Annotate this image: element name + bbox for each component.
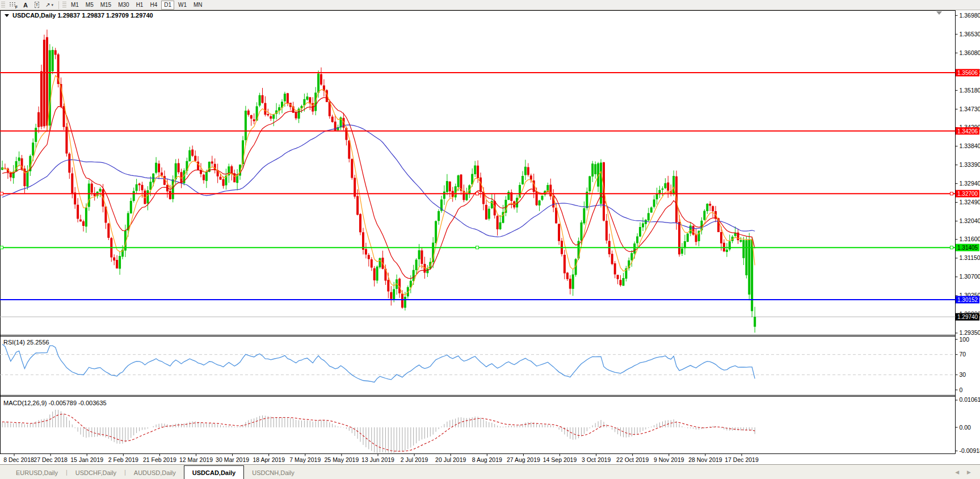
timeframe-button-w1[interactable]: W1 (175, 1, 190, 10)
chart-area[interactable]: 1.369801.365301.360801.356301.351801.347… (0, 10, 980, 464)
svg-text:12 Mar 2019: 12 Mar 2019 (179, 456, 213, 463)
fibonacci-icon: F (10, 2, 17, 8)
svg-text:30 Mar 2019: 30 Mar 2019 (216, 456, 249, 463)
timeframe-button-m30[interactable]: M30 (115, 1, 132, 10)
fibonacci-tool-button[interactable]: F (7, 1, 20, 10)
svg-text:28 Nov 2019: 28 Nov 2019 (688, 456, 722, 463)
svg-text:25 May 2019: 25 May 2019 (325, 456, 359, 463)
timeframe-button-m1[interactable]: M1 (68, 1, 82, 10)
chart-tab-usdcad[interactable]: USDCAD,Daily (184, 465, 244, 479)
chart-title: USDCAD,Daily 1.29837 1.29837 1.29709 1.2… (5, 12, 153, 19)
chart-tab-usdchf[interactable]: USDCHF,Daily (68, 467, 124, 479)
svg-text:1.30700: 1.30700 (960, 273, 980, 280)
svg-text:1.31405: 1.31405 (957, 245, 978, 251)
text-tool-button[interactable]: A (20, 1, 31, 10)
svg-text:1.36980: 1.36980 (960, 12, 980, 19)
svg-text:8 Aug 2019: 8 Aug 2019 (472, 456, 502, 463)
svg-text:1.34206: 1.34206 (957, 128, 978, 135)
svg-text:100: 100 (960, 336, 970, 343)
label-tool-button[interactable]: T (31, 1, 43, 10)
svg-text:1.30152: 1.30152 (957, 297, 978, 303)
chart-tab-audusd[interactable]: AUDUSD,Daily (126, 467, 184, 479)
svg-text:21 Feb 2019: 21 Feb 2019 (143, 456, 176, 463)
svg-text:2 Feb 2019: 2 Feb 2019 (108, 456, 138, 463)
arrows-icon: ↗ (45, 2, 50, 8)
timeframe-button-m5[interactable]: M5 (83, 1, 96, 10)
toolbar-drag-handle[interactable] (1, 2, 5, 9)
svg-text:-0.009181: -0.009181 (960, 447, 980, 454)
svg-text:27 Aug 2019: 27 Aug 2019 (507, 456, 540, 463)
toolbar-drag-handle-2[interactable] (62, 2, 66, 9)
svg-text:3 Oct 2019: 3 Oct 2019 (582, 456, 611, 463)
svg-text:1.32700: 1.32700 (957, 191, 978, 197)
chart-tab-usdcnh[interactable]: USDCNH,Daily (244, 467, 302, 479)
svg-text:1.31150: 1.31150 (960, 254, 980, 261)
timeframe-button-d1[interactable]: D1 (161, 1, 174, 10)
chart-tabs: EURUSD,Daily|USDCHF,Daily|AUDUSD,DailyUS… (0, 465, 302, 479)
svg-text:1.35606: 1.35606 (957, 70, 978, 76)
rsi-label: RSI(14) 25.2556 (3, 339, 49, 346)
svg-text:15 Jan 2019: 15 Jan 2019 (70, 456, 103, 463)
svg-text:1.36530: 1.36530 (960, 31, 980, 37)
svg-text:70: 70 (960, 351, 966, 358)
svg-text:8 Dec 2018: 8 Dec 2018 (3, 456, 34, 463)
svg-text:27 Dec 2018: 27 Dec 2018 (33, 456, 68, 463)
toolbar: F A T ↗ ▾ M1M5M15M30H1H4D1W1MN (0, 0, 980, 10)
timeframe-button-h1[interactable]: H1 (133, 1, 146, 10)
svg-text:0: 0 (960, 386, 963, 393)
chart-canvas[interactable]: 1.369801.365301.360801.356301.351801.347… (0, 10, 980, 464)
svg-text:17 Dec 2019: 17 Dec 2019 (725, 456, 759, 463)
svg-text:1.32040: 1.32040 (960, 217, 980, 224)
svg-text:1.36080: 1.36080 (960, 49, 980, 56)
tab-scroll-right-icon[interactable]: ▶ (967, 469, 971, 475)
svg-text:1.33840: 1.33840 (960, 142, 980, 149)
svg-text:20 Jul 2019: 20 Jul 2019 (435, 456, 466, 463)
svg-text:7 May 2019: 7 May 2019 (289, 456, 321, 463)
svg-text:1.29740: 1.29740 (957, 314, 978, 320)
label-icon: T (35, 2, 40, 8)
tab-scroll-left-icon[interactable]: ◀ (955, 469, 959, 475)
svg-text:1.34730: 1.34730 (960, 106, 980, 112)
svg-text:0.010615: 0.010615 (960, 396, 980, 403)
svg-text:1.35180: 1.35180 (960, 87, 980, 94)
text-icon: A (23, 2, 28, 9)
svg-text:13 Jun 2019: 13 Jun 2019 (361, 456, 394, 463)
chevron-down-icon: ▾ (51, 3, 53, 7)
macd-label: MACD(12,26,9) -0.005789 -0.003635 (3, 400, 107, 406)
svg-text:1.33390: 1.33390 (960, 161, 980, 168)
svg-text:1.32940: 1.32940 (960, 180, 980, 187)
timeframe-button-m15[interactable]: M15 (98, 1, 114, 10)
mt4-window: F A T ↗ ▾ M1M5M15M30H1H4D1W1MN 1.369801.… (0, 0, 980, 479)
chart-tab-eurusd[interactable]: EURUSD,Daily (8, 467, 66, 479)
svg-text:18 Apr 2019: 18 Apr 2019 (253, 456, 285, 463)
tab-scroll-arrows: ◀ ▶ (955, 465, 980, 479)
timeframe-toolbar: M1M5M15M30H1H4D1W1MN (68, 1, 205, 10)
current-price-tag: 1.29740 (956, 313, 979, 321)
svg-text:22 Oct 2019: 22 Oct 2019 (616, 456, 649, 463)
svg-text:9 Nov 2019: 9 Nov 2019 (654, 456, 684, 463)
svg-text:0.00: 0.00 (960, 424, 971, 431)
arrows-tool-button[interactable]: ↗ ▾ (43, 1, 56, 10)
svg-text:1.32490: 1.32490 (960, 199, 980, 205)
toolbar-separator (58, 1, 59, 9)
svg-text:30: 30 (960, 371, 966, 378)
timeframe-button-h4[interactable]: H4 (147, 1, 160, 10)
svg-text:14 Sep 2019: 14 Sep 2019 (543, 456, 577, 463)
chart-tab-bar: EURUSD,Daily|USDCHF,Daily|AUDUSD,DailyUS… (0, 464, 980, 479)
svg-text:1.31600: 1.31600 (960, 236, 980, 242)
svg-text:USDCAD,Daily 1.29837 1.29837: USDCAD,Daily 1.29837 1.29837 1.29709 1.2… (12, 12, 153, 19)
timeframe-button-mn[interactable]: MN (191, 1, 205, 10)
svg-text:2 Jul 2019: 2 Jul 2019 (401, 456, 428, 463)
